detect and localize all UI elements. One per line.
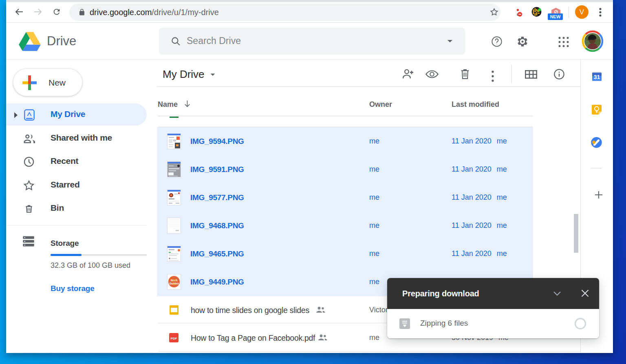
svg-text:PDF: PDF bbox=[171, 337, 177, 340]
svg-text:31: 31 bbox=[594, 74, 600, 80]
